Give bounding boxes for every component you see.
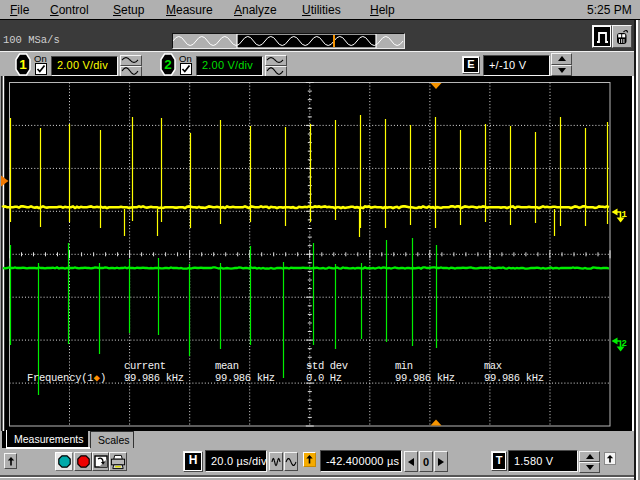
svg-text:0.0 Hz: 0.0 Hz	[306, 372, 342, 384]
svg-text:): )	[100, 372, 106, 384]
svg-text:1: 1	[19, 57, 27, 72]
svg-text:99.986 kHz: 99.986 kHz	[215, 372, 275, 384]
svg-text:current: current	[124, 360, 166, 372]
svg-text:99.986 kHz: 99.986 kHz	[484, 372, 544, 384]
svg-text:max: max	[484, 360, 502, 372]
svg-text:min: min	[395, 360, 413, 372]
svg-text:mean: mean	[215, 360, 239, 372]
svg-text:1: 1	[622, 210, 628, 220]
svg-text:Frequency(1: Frequency(1	[27, 372, 94, 384]
svg-text:2: 2	[622, 339, 627, 349]
svg-text:2: 2	[164, 57, 172, 72]
svg-text:std dev: std dev	[306, 360, 348, 372]
svg-text:99.986 kHz: 99.986 kHz	[395, 372, 455, 384]
svg-text:99.986 kHz: 99.986 kHz	[124, 372, 184, 384]
